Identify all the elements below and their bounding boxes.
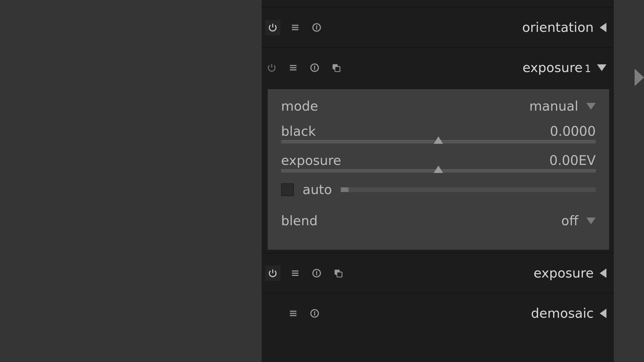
exposure-label: exposure	[281, 153, 341, 168]
auto-row: auto	[281, 182, 596, 197]
auto-percentile-slider[interactable]	[341, 187, 596, 192]
collapse-icon[interactable]	[600, 23, 606, 32]
presets-icon[interactable]	[288, 266, 302, 280]
collapse-icon[interactable]	[600, 309, 606, 318]
module-instance-number: 1	[585, 63, 591, 74]
module-title: exposure	[534, 265, 594, 281]
auto-checkbox[interactable]	[281, 183, 294, 196]
mode-label: mode	[281, 99, 318, 114]
blend-dropdown[interactable]: blend off	[281, 213, 596, 228]
module-header-orientation[interactable]: orientation	[262, 7, 614, 47]
presets-icon[interactable]	[286, 61, 300, 74]
module-title-text: exposure	[523, 60, 583, 75]
module-title: demosaic	[531, 306, 594, 321]
presets-icon[interactable]	[288, 21, 302, 34]
power-icon[interactable]	[265, 265, 280, 281]
module-header-demosaic[interactable]: demosaic	[262, 293, 614, 333]
power-icon[interactable]	[265, 20, 280, 35]
svg-rect-11	[335, 66, 340, 71]
reset-icon[interactable]	[308, 61, 321, 74]
chevron-down-icon	[586, 218, 596, 224]
blend-value: off	[561, 213, 578, 228]
module-header-exposure-1[interactable]: exposure 1	[262, 47, 614, 87]
blend-label: blend	[281, 213, 318, 228]
expand-icon[interactable]	[597, 64, 606, 71]
reset-icon[interactable]	[310, 21, 323, 34]
image-viewport	[0, 0, 262, 362]
collapse-icon[interactable]	[600, 268, 606, 278]
presets-icon[interactable]	[286, 307, 300, 320]
mode-value: manual	[529, 99, 578, 114]
auto-label: auto	[303, 182, 332, 197]
module-panel: orientation	[262, 0, 614, 362]
svg-rect-18	[337, 272, 342, 277]
multi-instance-icon[interactable]	[329, 61, 343, 74]
exposure-value: 0.00EV	[549, 153, 596, 168]
slider-thumb[interactable]	[434, 166, 443, 173]
power-icon[interactable]	[265, 61, 278, 74]
black-slider[interactable]	[281, 140, 596, 143]
slider-thumb[interactable]	[434, 136, 443, 144]
reset-icon[interactable]	[308, 307, 321, 320]
module-header-prev	[262, 0, 614, 7]
module-body-exposure-1: mode manual black 0.0000 exposure 0.00EV	[268, 89, 609, 250]
mode-dropdown[interactable]: mode manual	[281, 99, 596, 114]
module-header-exposure[interactable]: exposure	[262, 252, 614, 293]
panel-collapse-handle[interactable]	[635, 69, 644, 86]
chevron-down-icon	[586, 103, 596, 110]
black-label: black	[281, 124, 316, 139]
multi-instance-icon[interactable]	[331, 266, 345, 280]
reset-icon[interactable]	[310, 266, 323, 280]
black-value: 0.0000	[550, 124, 596, 139]
module-title: exposure 1	[523, 60, 591, 75]
exposure-slider[interactable]	[281, 169, 596, 173]
slider-fill	[341, 187, 348, 192]
module-title: orientation	[522, 20, 594, 35]
